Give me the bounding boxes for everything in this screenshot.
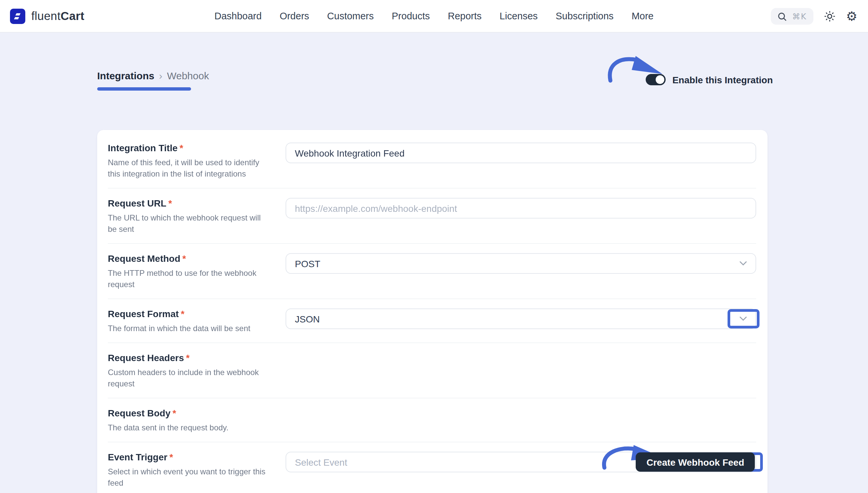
request-body-description: The data sent in the request body. <box>108 422 269 434</box>
field-row-request-body: Request Body* The data sent in the reque… <box>108 399 756 442</box>
toggle-knob <box>656 75 664 84</box>
field-row-request-method: Request Method* The HTTP method to use f… <box>108 244 756 299</box>
nav-item-orders[interactable]: Orders <box>279 10 309 21</box>
search-icon <box>777 12 787 21</box>
request-method-value: POST <box>295 258 320 269</box>
search-button[interactable]: ⌘K <box>771 8 814 25</box>
request-url-label: Request URL* <box>108 198 272 209</box>
request-method-description: The HTTP method to use for the webhook r… <box>108 268 269 291</box>
main-nav: Dashboard Orders Customers Products Repo… <box>214 10 653 21</box>
required-asterisk: * <box>169 452 173 462</box>
top-navigation-bar: fluentCart Dashboard Orders Customers Pr… <box>0 0 868 33</box>
required-asterisk: * <box>168 198 172 209</box>
request-format-select[interactable]: JSON <box>285 308 756 329</box>
event-trigger-placeholder: Select Event <box>295 457 347 467</box>
breadcrumb-active-underline <box>97 87 191 91</box>
required-asterisk: * <box>180 143 183 153</box>
request-format-label: Request Format* <box>108 308 272 319</box>
nav-item-products[interactable]: Products <box>392 10 430 21</box>
nav-item-more[interactable]: More <box>632 10 654 21</box>
nav-item-reports[interactable]: Reports <box>448 10 482 21</box>
breadcrumb: Integrations › Webhook <box>97 69 209 91</box>
request-method-label: Request Method* <box>108 253 272 264</box>
integration-title-description: Name of this feed, it will be used to id… <box>108 157 269 180</box>
page-header-row: Integrations › Webhook Enable this Integ… <box>97 69 773 91</box>
required-asterisk: * <box>182 253 186 264</box>
required-asterisk: * <box>186 352 190 363</box>
request-method-select[interactable]: POST <box>285 253 756 274</box>
required-asterisk: * <box>181 308 184 319</box>
annotation-highlight-box-format-chevron <box>728 309 759 328</box>
field-row-request-format: Request Format* The format in which the … <box>108 299 756 343</box>
breadcrumb-integrations-link[interactable]: Integrations <box>97 69 155 82</box>
required-asterisk: * <box>173 408 176 419</box>
field-row-request-url: Request URL* The URL to which the webhoo… <box>108 189 756 244</box>
request-url-description: The URL to which the webhook request wil… <box>108 213 269 235</box>
request-headers-label: Request Headers* <box>108 352 272 363</box>
brand-logo[interactable]: fluentCart <box>10 0 85 33</box>
event-trigger-label: Event Trigger* <box>108 452 272 462</box>
enable-integration-control: Enable this Integration <box>646 74 773 85</box>
request-url-input[interactable] <box>285 198 756 218</box>
breadcrumb-separator-icon: › <box>159 69 162 82</box>
field-row-request-headers: Request Headers* Custom headers to inclu… <box>108 343 756 399</box>
request-headers-description: Custom headers to include in the webhook… <box>108 367 269 390</box>
nav-item-customers[interactable]: Customers <box>327 10 374 21</box>
nav-item-dashboard[interactable]: Dashboard <box>214 10 261 21</box>
enable-integration-label: Enable this Integration <box>672 74 773 85</box>
create-webhook-feed-button[interactable]: Create Webhook Feed <box>636 452 755 472</box>
app-root: fluentCart Dashboard Orders Customers Pr… <box>0 0 868 493</box>
search-shortcut-label: ⌘K <box>792 12 807 21</box>
settings-gear-icon[interactable]: ⚙ <box>846 10 858 23</box>
nav-item-licenses[interactable]: Licenses <box>500 10 538 21</box>
request-body-label: Request Body* <box>108 408 272 419</box>
chevron-down-icon <box>739 261 747 266</box>
event-trigger-description: Select in which event you want to trigge… <box>108 466 269 489</box>
field-row-integration-title: Integration Title* Name of this feed, it… <box>108 133 756 189</box>
enable-integration-toggle[interactable] <box>646 74 666 85</box>
page-content: Integrations › Webhook Enable this Integ… <box>0 33 868 493</box>
fluentcart-logo-icon <box>10 9 25 24</box>
request-format-value: JSON <box>295 314 320 324</box>
topbar-actions: ⌘K ⚙ <box>771 0 858 33</box>
nav-item-subscriptions[interactable]: Subscriptions <box>556 10 614 21</box>
theme-toggle-sun-icon[interactable] <box>824 10 836 22</box>
breadcrumb-current-webhook: Webhook <box>167 69 209 82</box>
request-format-description: The format in which the data will be sen… <box>108 323 269 335</box>
integration-title-input[interactable] <box>285 143 756 163</box>
webhook-settings-card: Integration Title* Name of this feed, it… <box>97 130 768 493</box>
integration-title-label: Integration Title* <box>108 143 272 153</box>
brand-name: fluentCart <box>31 9 85 23</box>
